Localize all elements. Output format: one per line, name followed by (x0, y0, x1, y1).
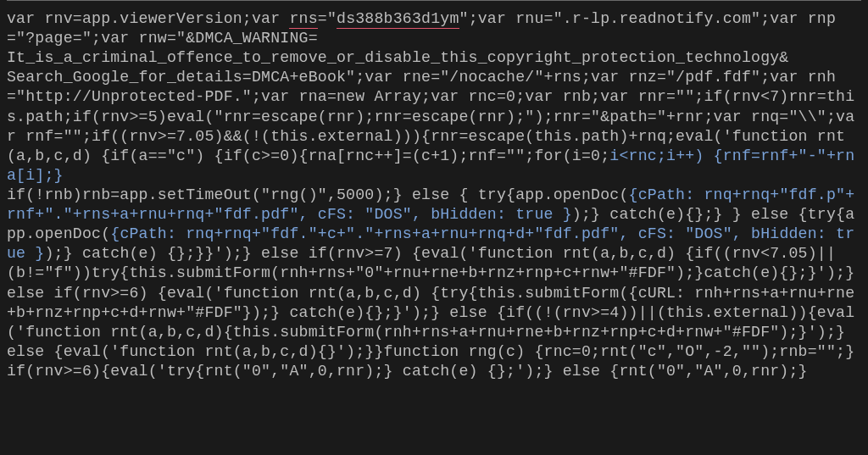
code-text: );} catch(e) {};}}');} else if(rnv>=7) {… (7, 245, 864, 380)
code-text: if(!rnb)rnb=app.setTimeOut("rng()",5000)… (7, 186, 629, 203)
code-text: It_is_a_criminal_offence_to_remove_or_di… (7, 49, 789, 66)
top-divider (7, 0, 861, 1)
code-text: =" (318, 10, 337, 27)
code-text: var rnv=app.viewerVersion;var (7, 10, 289, 27)
code-block: var rnv=app.viewerVersion;var rns="ds388… (0, 4, 868, 388)
underlined-var-value: ds388b363d1ym (337, 10, 459, 29)
underlined-var-name: rns (289, 10, 317, 29)
